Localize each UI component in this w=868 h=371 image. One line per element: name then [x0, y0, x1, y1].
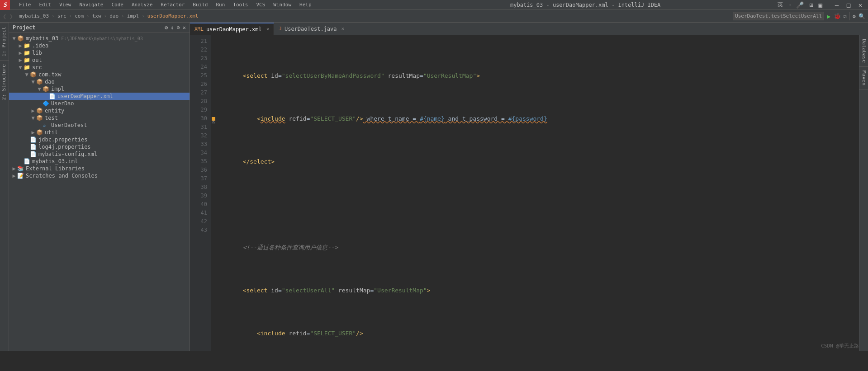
expand-arrow-lib[interactable]: ▶	[17, 50, 24, 56]
menu-analyze[interactable]: Analyze	[128, 1, 156, 9]
breadcrumb-txw[interactable]: txw	[92, 13, 101, 19]
tree-item-userdao[interactable]: 🔷 UserDao	[9, 100, 190, 107]
tree-item-out[interactable]: ▶ 📁 out	[9, 56, 190, 64]
tree-item-lib[interactable]: ▶ 📁 lib	[9, 49, 190, 56]
csdn-grid-btn[interactable]: ⊞	[807, 1, 815, 9]
sidebar-close-icon[interactable]: ✕	[183, 24, 186, 31]
package-icon-util: 📦	[36, 129, 43, 136]
minimize-button[interactable]: —	[832, 0, 842, 10]
expand-arrow-test[interactable]: ▼	[30, 115, 36, 121]
breadcrumb-impl[interactable]: impl	[127, 13, 139, 19]
line-num-37: 37	[190, 174, 207, 183]
close-button[interactable]: ✕	[855, 0, 865, 10]
tree-item-src[interactable]: ▼ 📁 src	[9, 64, 190, 71]
tree-item-jdbc[interactable]: 📄 jdbc.properties	[9, 136, 190, 143]
tree-item-impl[interactable]: ▼ 📦 impl	[9, 85, 190, 93]
menu-view[interactable]: View	[56, 1, 75, 9]
panel-tab-structure[interactable]: 2: Structure	[0, 60, 9, 103]
breadcrumb-src[interactable]: src	[57, 13, 66, 19]
editor-content: 21 22 23 24 25 26 27 28 29 30 31 32 33 3…	[190, 35, 868, 351]
package-icon-entity: 📦	[36, 108, 43, 114]
panel-tab-project[interactable]: 1: Project	[0, 23, 9, 60]
interface-icon: 🔷	[43, 100, 50, 107]
menu-window[interactable]: Window	[270, 1, 295, 9]
expand-arrow-dao[interactable]: ▼	[30, 79, 36, 85]
csdn-lang-btn[interactable]: 英	[775, 1, 786, 9]
menu-navigate[interactable]: Navigate	[76, 1, 107, 9]
menu-code[interactable]: Code	[108, 1, 127, 9]
tree-label-userdaomapper: userDaoMapper.xml	[57, 93, 113, 99]
breadcrumb-com[interactable]: com	[75, 13, 84, 19]
tree-item-log4j[interactable]: 📄 log4j.properties	[9, 143, 190, 150]
menu-file[interactable]: File	[15, 1, 35, 9]
menu-help[interactable]: Help	[296, 1, 315, 9]
line-num-31: 31	[190, 123, 207, 131]
code-editor[interactable]: <select id="selectUserByNameAndPassword"…	[211, 35, 862, 351]
coverage-button[interactable]: ☑	[844, 13, 847, 19]
expand-arrow-scratches[interactable]: ▶	[11, 173, 17, 179]
breadcrumb-proj[interactable]: mybatis_03	[19, 13, 49, 19]
props-icon-log4j: 📄	[30, 144, 37, 150]
tree-item-util[interactable]: ▶ 📦 util	[9, 129, 190, 136]
xml-file-icon: 📄	[49, 93, 56, 99]
tree-label-mybatis-config: mybatis-config.xml	[38, 151, 97, 157]
run-button[interactable]: ▶	[827, 13, 830, 20]
expand-arrow-out[interactable]: ▶	[17, 57, 24, 63]
sidebar-expand-icon[interactable]: ↕	[171, 24, 174, 31]
expand-arrow-idea[interactable]: ▶	[17, 42, 24, 49]
expand-arrow-util[interactable]: ▶	[30, 129, 36, 136]
restore-button[interactable]: □	[844, 0, 854, 10]
menu-refactor[interactable]: Refactor	[157, 1, 188, 9]
line-num-23: 23	[190, 54, 207, 63]
menu-edit[interactable]: Edit	[36, 1, 55, 9]
expand-arrow-com[interactable]: ▼	[24, 71, 30, 78]
tree-item-test[interactable]: ▼ 📦 test	[9, 114, 190, 122]
tree-item-entity[interactable]: ▶ 📦 entity	[9, 107, 190, 114]
back-button[interactable]: ❮	[3, 13, 6, 20]
expand-arrow-ext-libs[interactable]: ▶	[11, 165, 17, 172]
menu-run[interactable]: Run	[212, 1, 228, 9]
panel-tab-maven[interactable]: Maven	[859, 67, 868, 89]
breadcrumb-file[interactable]: userDaoMapper.xml	[147, 13, 199, 19]
menu-bar: File Edit View Navigate Code Analyze Ref…	[14, 0, 396, 9]
line-num-26: 26	[190, 80, 207, 89]
line-num-34: 34	[190, 149, 207, 157]
expand-arrow-entity[interactable]: ▶	[30, 108, 36, 114]
expand-arrow-root[interactable]: ▼	[11, 35, 17, 42]
forward-button[interactable]: ❯	[9, 13, 13, 20]
tree-item-root[interactable]: ▼ 📦 mybatis_03 F:\JDEAWork\mybatis\mybat…	[9, 35, 190, 42]
tree-item-com[interactable]: ▼ 📦 com.txw	[9, 71, 190, 78]
line-num-22: 22	[190, 46, 207, 54]
tree-item-mybatis-config[interactable]: 📄 mybatis-config.xml	[9, 150, 190, 158]
run-config-selector[interactable]: UserDaoTest.testSelectUserAll	[733, 12, 824, 20]
panel-tab-database[interactable]: Database	[859, 35, 868, 67]
debug-button[interactable]: 🐞	[834, 13, 841, 19]
breadcrumb-dao[interactable]: dao	[109, 13, 119, 19]
tree-label-dao: dao	[45, 79, 55, 85]
tree-item-external-libs[interactable]: ▶ 📚 External Libraries	[9, 165, 190, 172]
tree-item-iml[interactable]: 📄 mybatis_03.iml	[9, 158, 190, 165]
tab-close-userdaotest[interactable]: ×	[342, 26, 345, 32]
tab-userdaomapper[interactable]: XML userDaoMapper.xml ×	[190, 23, 274, 35]
csdn-icon4[interactable]: ▣	[817, 1, 824, 9]
search-everywhere-btn[interactable]: 🔍	[859, 13, 865, 19]
tree-item-dao[interactable]: ▼ 📦 dao	[9, 78, 190, 85]
tree-item-scratches[interactable]: ▶ 📝 Scratches and Consoles	[9, 172, 190, 179]
csdn-mic-btn[interactable]: 🎤	[794, 1, 806, 9]
menu-build[interactable]: Build	[189, 1, 211, 9]
module-icon: 📦	[17, 35, 24, 42]
tree-item-userdaotest[interactable]: ☕ UserDaoTest	[9, 122, 190, 129]
menu-tools[interactable]: Tools	[229, 1, 251, 9]
expand-arrow-src[interactable]: ▼	[17, 64, 24, 70]
line-num-29: 29	[190, 106, 207, 114]
tab-userdaotest[interactable]: J UserDaoTest.java ×	[274, 23, 349, 35]
tree-item-idea[interactable]: ▶ 📁 .idea	[9, 42, 190, 49]
sidebar-settings-icon[interactable]: ⚙	[165, 24, 168, 31]
settings-btn[interactable]: ⚙	[853, 13, 856, 19]
tab-close-userdaomapper[interactable]: ×	[266, 26, 270, 32]
expand-arrow-impl[interactable]: ▼	[36, 86, 43, 92]
menu-vcs[interactable]: VCS	[252, 1, 269, 9]
folder-icon-idea: 📁	[24, 42, 31, 49]
tree-item-userdaomapper[interactable]: 📄 userDaoMapper.xml	[9, 93, 190, 100]
sidebar-collapse-icon[interactable]: ⊖	[177, 24, 180, 31]
